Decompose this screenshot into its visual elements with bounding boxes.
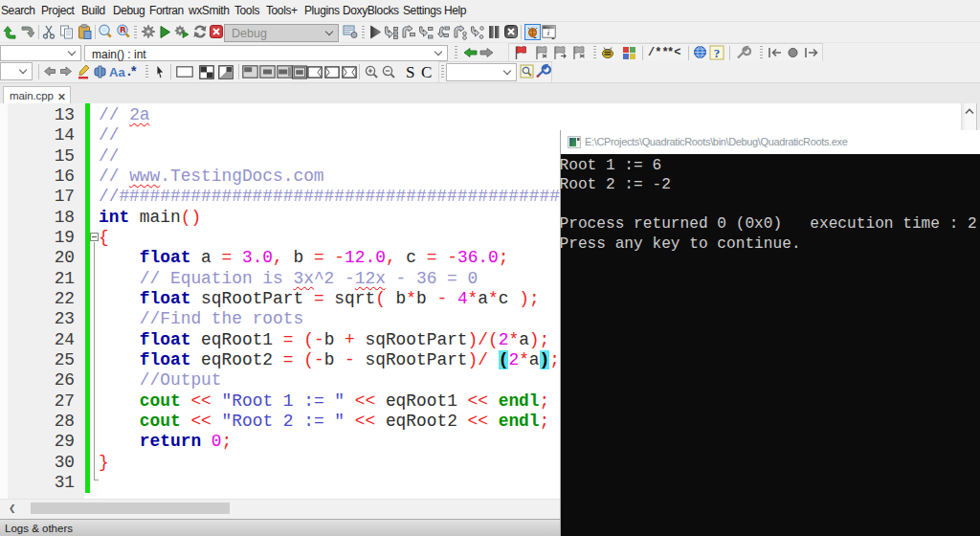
svg-text:?: ? — [714, 46, 721, 60]
